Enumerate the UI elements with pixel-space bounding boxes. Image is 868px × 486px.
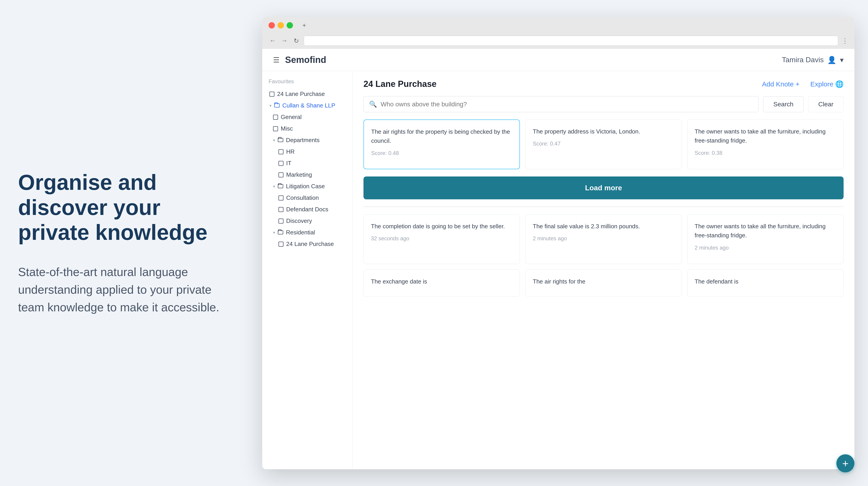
truncated-card-text: The exchange date is [371, 277, 513, 286]
sidebar-item-label: Defendant Docs [286, 206, 345, 213]
user-icon[interactable]: 👤 [827, 56, 836, 64]
add-knote-button[interactable]: Add Knote + [762, 80, 800, 88]
search-input-wrapper: 🔍 [364, 96, 758, 112]
sidebar-item-defendant-docs[interactable]: Defendant Docs [267, 204, 348, 215]
traffic-lights [269, 22, 293, 29]
sidebar-item-discovery[interactable]: Discovery [267, 215, 348, 227]
browser-menu-icon[interactable]: ⋮ [842, 37, 848, 45]
sidebar-item-24-lane-purchase-fav[interactable]: 24 Lane Purchase [267, 88, 348, 100]
sidebar-item-consultation[interactable]: Consultation [267, 192, 348, 204]
search-bar: 🔍 Search Clear [364, 96, 844, 112]
app-logo: Semofind [285, 55, 326, 65]
doc-icon [278, 241, 283, 247]
sidebar-item-label: Cullan & Shane LLP [282, 102, 345, 109]
bottom-card-text: The final sale value is 2.3 million poun… [533, 222, 674, 231]
results-grid: The air rights for the property is being… [364, 119, 844, 169]
user-name: Tamira Davis [782, 56, 824, 64]
doc-icon [278, 149, 283, 154]
bottom-card-2: The final sale value is 2.3 million poun… [525, 214, 682, 264]
app-header: ☰ Semofind Tamira Davis 👤 ▾ [262, 49, 855, 71]
load-more-button[interactable]: Load more [364, 176, 844, 199]
content-title: 24 Lane Purchase [364, 79, 436, 89]
forward-button[interactable]: → [280, 37, 288, 45]
truncated-card-1: The exchange date is [364, 269, 520, 296]
app-content: ☰ Semofind Tamira Davis 👤 ▾ Favourites 2… [262, 49, 855, 469]
header-left: ☰ Semofind [273, 55, 326, 65]
sidebar-item-label: Residential [286, 229, 345, 236]
truncated-card-text: The defendant is [694, 277, 836, 286]
result-card-text: The air rights for the property is being… [371, 127, 512, 145]
marketing-headline: Organise and discover your private knowl… [18, 170, 230, 245]
result-card-2: The property address is Victoria, London… [525, 119, 682, 169]
sidebar-item-departments[interactable]: ▾ Departments [267, 134, 348, 146]
sidebar-item-residential[interactable]: ▾ Residential [267, 227, 348, 238]
sidebar-item-24-lane-purchase[interactable]: 24 Lane Purchase [267, 238, 348, 250]
bottom-card-timestamp: 32 seconds ago [371, 235, 513, 241]
sidebar: Favourites 24 Lane Purchase ▾ Cullan & S… [262, 71, 352, 469]
result-score: Score: 0.47 [533, 141, 674, 147]
section-divider [364, 206, 844, 207]
content-area: 24 Lane Purchase Add Knote + Explore 🌐 🔍… [352, 71, 855, 469]
minimize-button[interactable] [278, 22, 284, 29]
doc-icon [273, 115, 278, 120]
chevron-down-icon: ▾ [270, 103, 272, 108]
sidebar-item-label: Departments [286, 137, 345, 144]
marketing-subtext: State-of-the-art natural language unders… [18, 263, 230, 316]
sidebar-item-label: HR [286, 148, 345, 155]
chevron-down-icon: ▾ [273, 138, 275, 143]
sidebar-item-hr[interactable]: HR [267, 146, 348, 158]
doc-icon [278, 219, 283, 224]
refresh-button[interactable]: ↻ [292, 37, 300, 45]
truncated-card-3: The defendant is [687, 269, 844, 296]
sidebar-item-label: Marketing [286, 171, 345, 178]
folder-icon [278, 138, 283, 143]
result-card-text: The property address is Victoria, London… [533, 127, 674, 136]
result-card-1: The air rights for the property is being… [364, 119, 520, 169]
sidebar-item-it[interactable]: IT [267, 158, 348, 169]
user-chevron-icon[interactable]: ▾ [840, 56, 844, 64]
truncated-card-text: The air rights for the [533, 277, 674, 286]
clear-button[interactable]: Clear [808, 96, 844, 112]
address-bar[interactable] [304, 36, 838, 46]
browser-toolbar: ← → ↻ ⋮ [269, 33, 848, 49]
main-layout: Favourites 24 Lane Purchase ▾ Cullan & S… [262, 71, 855, 469]
folder-icon [278, 184, 283, 189]
sidebar-item-label: Litigation Case [286, 183, 345, 190]
chevron-down-icon: ▾ [273, 230, 275, 235]
browser-chrome: + ← → ↻ ⋮ [262, 17, 855, 49]
back-button[interactable]: ← [269, 37, 277, 45]
sidebar-item-general[interactable]: General [267, 111, 348, 123]
result-score: Score: 0.38 [694, 150, 836, 156]
bottom-card-1: The completion date is going to be set b… [364, 214, 520, 264]
sidebar-item-marketing[interactable]: Marketing [267, 169, 348, 180]
doc-icon [278, 207, 283, 212]
folder-icon [274, 104, 280, 108]
sidebar-item-litigation-case[interactable]: ▾ Litigation Case [267, 180, 348, 192]
search-button[interactable]: Search [763, 96, 804, 112]
content-header: 24 Lane Purchase Add Knote + Explore 🌐 [364, 79, 844, 89]
bottom-card-text: The completion date is going to be set b… [371, 222, 513, 231]
bottom-cards-grid: The completion date is going to be set b… [364, 214, 844, 264]
explore-button[interactable]: Explore 🌐 [810, 80, 844, 88]
result-card-3: The owner wants to take all the furnitur… [687, 119, 844, 169]
sidebar-favourites-label: Favourites [267, 78, 348, 85]
new-tab-button[interactable]: + [300, 21, 308, 29]
header-actions: Add Knote + Explore 🌐 [762, 80, 844, 88]
bottom-card-timestamp: 2 minutes ago [533, 235, 674, 241]
result-score: Score: 0.48 [371, 150, 512, 156]
search-icon: 🔍 [369, 101, 377, 108]
browser-window: + ← → ↻ ⋮ ☰ Semofind Tamira Davis 👤 ▾ [262, 17, 855, 469]
sidebar-item-label: 24 Lane Purchase [286, 240, 345, 248]
bottom-card-3: The owner wants to take all the furnitur… [687, 214, 844, 264]
maximize-button[interactable] [287, 22, 293, 29]
sidebar-item-label: 24 Lane Purchase [277, 90, 345, 97]
sidebar-item-cullan-shane-llp[interactable]: ▾ Cullan & Shane LLP [267, 100, 348, 111]
search-input[interactable] [381, 101, 753, 108]
bottom-card-text: The owner wants to take all the furnitur… [694, 222, 836, 240]
close-button[interactable] [269, 22, 275, 29]
bottom-card-timestamp: 2 minutes ago [694, 245, 836, 251]
header-right: Tamira Davis 👤 ▾ [782, 56, 844, 64]
doc-icon [270, 92, 274, 96]
sidebar-item-misc[interactable]: Misc [267, 123, 348, 134]
hamburger-icon[interactable]: ☰ [273, 56, 280, 64]
